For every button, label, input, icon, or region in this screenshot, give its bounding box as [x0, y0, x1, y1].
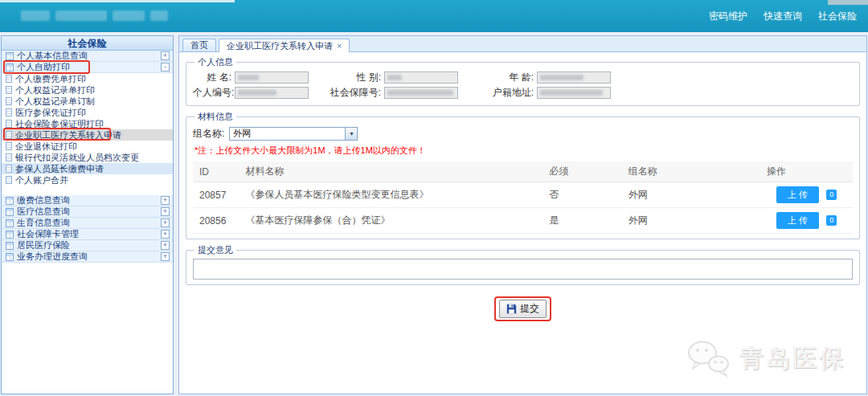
document-icon: [6, 120, 12, 128]
main-content: 个人信息 姓 名: 性 别: 年 龄: 个人编号: 社会保障号: 户籍地址:: [179, 52, 866, 394]
sidebar-item-personal-basic-info-query[interactable]: 个人基本信息查询 +: [2, 51, 173, 62]
name-field[interactable]: [235, 71, 309, 84]
cell-material-name: 《参保人员基本医疗保险类型变更信息表》: [239, 182, 542, 208]
sidebar-item-employee-medical-transfer-in-apply[interactable]: 企业职工医疗关系转入申请: [2, 129, 173, 141]
document-icon: [6, 131, 12, 139]
document-icon: [6, 97, 12, 105]
material-table: ID 材料名称 必须 组名称 操作 20857 《参保人员基本医疗保险类型变更信…: [193, 161, 853, 234]
sidebar-item-resident-medical-insurance[interactable]: 居民医疗保险 +: [2, 240, 173, 251]
document-icon: [6, 108, 12, 116]
submit-button[interactable]: 提交: [499, 300, 547, 318]
main-panel: 首页 企业职工医疗关系转入申请 × 个人信息 姓 名: 性 别: 年 龄:: [178, 35, 867, 394]
sidebar-item-personal-account-merge[interactable]: 个人账户合并: [2, 174, 173, 186]
name-label: 姓 名:: [193, 71, 231, 84]
close-icon[interactable]: ×: [337, 41, 342, 51]
material-info-section: 材料信息 组名称: 外网 ▼ *注：上传文件大小最大限制为1M，请上传1M以内的…: [186, 111, 860, 239]
group-name-row: 组名称: 外网 ▼: [193, 125, 853, 141]
topbar: 密码维护 快速查询 社会保险: [0, 0, 868, 32]
expand-icon[interactable]: +: [161, 218, 170, 227]
personal-info-section: 个人信息 姓 名: 性 别: 年 龄: 个人编号: 社会保障号: 户籍地址:: [186, 56, 860, 106]
grid-icon: [6, 52, 14, 60]
upload-button[interactable]: 上 传: [776, 186, 819, 203]
expand-icon[interactable]: +: [161, 207, 170, 216]
tab-home[interactable]: 首页: [182, 39, 216, 51]
link-social-insurance[interactable]: 社会保险: [818, 10, 857, 23]
expand-icon[interactable]: +: [161, 252, 170, 261]
expand-icon[interactable]: +: [161, 230, 170, 239]
upload-button[interactable]: 上 传: [776, 212, 819, 229]
group-name-select[interactable]: 外网 ▼: [229, 127, 358, 141]
expand-icon[interactable]: +: [161, 241, 170, 250]
table-header-row: ID 材料名称 必须 组名称 操作: [193, 161, 853, 182]
address-label: 户籍地址:: [471, 86, 534, 100]
document-icon: [6, 165, 12, 173]
collapse-icon[interactable]: -: [161, 63, 170, 71]
screen-artifact-strip: [0, 0, 235, 2]
cell-action: 上 传 0: [760, 208, 853, 234]
document-icon: [6, 142, 12, 150]
dropdown-arrow-icon[interactable]: ▼: [345, 128, 357, 140]
watermark-text: 青岛医保: [739, 342, 845, 375]
cell-action: 上 传 0: [760, 182, 853, 208]
tab-transfer-in-apply[interactable]: 企业职工医疗关系转入申请 ×: [219, 39, 350, 52]
sidebar-item-social-insurance-cert-print[interactable]: 社会保险参保证明打印: [2, 118, 173, 129]
sidebar-item-bank-withhold-flexible-change[interactable]: 银行代扣灵活就业人员档次变更: [2, 152, 173, 163]
submit-button-label: 提交: [520, 302, 539, 316]
gender-field[interactable]: [384, 71, 458, 84]
sidebar-item-medical-insured-cert-print[interactable]: 医疗参保凭证打印: [2, 107, 173, 118]
expand-icon[interactable]: +: [161, 196, 170, 205]
grid-icon: [6, 208, 14, 216]
cell-material-name: 《基本医疗保障参保（合）凭证》: [239, 208, 542, 234]
opinion-textarea[interactable]: [193, 259, 853, 280]
gender-label: 性 别:: [317, 71, 381, 84]
link-quick-query[interactable]: 快速查询: [764, 10, 802, 23]
qingdao-yibao-watermark: 青岛医保: [686, 339, 845, 378]
sidebar-item-extended-payment-apply[interactable]: 参保人员延长缴费申请: [2, 163, 173, 174]
ssn-field[interactable]: [384, 87, 458, 99]
expand-icon[interactable]: +: [161, 51, 170, 60]
sidebar-title: 社会保险: [2, 36, 173, 51]
table-row: 20856 《基本医疗保障参保（合）凭证》 是 外网 上 传 0: [193, 208, 853, 234]
org-logo-blurred: [21, 10, 168, 21]
sidebar: 社会保险 个人基本信息查询 + 个人自助打印 - 个人缴费凭单打印 个人权益记录…: [1, 35, 174, 394]
cell-id: 20857: [193, 182, 239, 208]
annotation-box-submit: 提交: [494, 296, 551, 321]
sidebar-item-rights-record-order[interactable]: 个人权益记录单订制: [2, 96, 173, 107]
upload-count-badge[interactable]: 0: [826, 190, 837, 200]
table-row: 20857 《参保人员基本医疗保险类型变更信息表》 否 外网 上 传 0: [193, 182, 853, 208]
grid-icon: [6, 197, 14, 205]
sidebar-item-business-progress-query[interactable]: 业务办理进度查询 +: [2, 251, 173, 263]
material-info-legend: 材料信息: [194, 111, 236, 123]
grid-icon: [6, 253, 14, 261]
col-action: 操作: [760, 161, 853, 182]
cell-required: 是: [542, 208, 622, 234]
cell-group-name: 外网: [622, 208, 760, 234]
address-field[interactable]: [537, 87, 611, 99]
grid-icon: [6, 242, 14, 250]
document-icon: [6, 176, 12, 184]
age-field[interactable]: [537, 71, 611, 84]
link-password-maintenance[interactable]: 密码维护: [709, 10, 747, 23]
grid-icon: [6, 231, 14, 239]
wechat-logo-icon: [686, 339, 731, 378]
personal-info-legend: 个人信息: [194, 56, 236, 68]
sidebar-item-payment-info-query[interactable]: 缴费信息查询 +: [2, 195, 173, 206]
personal-no-field[interactable]: [235, 87, 309, 99]
upload-count-badge[interactable]: 0: [826, 215, 837, 226]
sidebar-item-social-security-card-mgmt[interactable]: 社会保障卡管理 +: [2, 229, 173, 240]
screen-artifact-corner: [828, 0, 868, 5]
sidebar-item-enterprise-retirement-cert-print[interactable]: 企业退休证打印: [2, 141, 173, 152]
sidebar-item-payment-voucher-print[interactable]: 个人缴费凭单打印: [2, 73, 173, 84]
sidebar-item-rights-record-print[interactable]: 个人权益记录单打印: [2, 84, 173, 96]
cell-required: 否: [542, 182, 622, 208]
col-id: ID: [193, 161, 239, 182]
document-icon: [6, 153, 12, 161]
grid-icon: [6, 219, 14, 227]
sidebar-item-medical-info-query[interactable]: 医疗信息查询 +: [2, 206, 173, 218]
sidebar-item-personal-self-print[interactable]: 个人自助打印 -: [2, 62, 173, 73]
sidebar-item-maternity-info-query[interactable]: 生育信息查询 +: [2, 218, 173, 229]
cell-group-name: 外网: [622, 182, 760, 208]
ssn-label: 社会保障号:: [317, 86, 381, 100]
topbar-links: 密码维护 快速查询 社会保险: [709, 10, 857, 23]
col-material-name: 材料名称: [239, 161, 542, 182]
